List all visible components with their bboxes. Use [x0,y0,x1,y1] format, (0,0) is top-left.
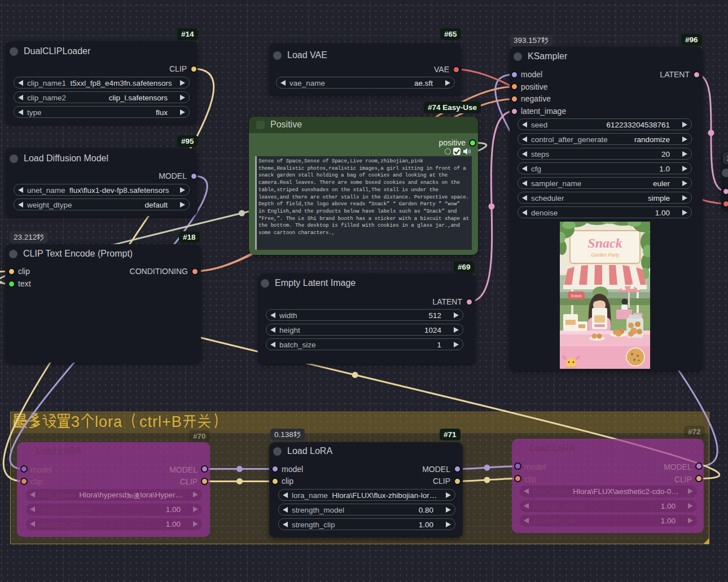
svg-text:Snack: Snack [587,236,622,250]
svg-text:Snack: Snack [571,294,582,298]
svg-text:Garden Party: Garden Party [591,252,620,258]
